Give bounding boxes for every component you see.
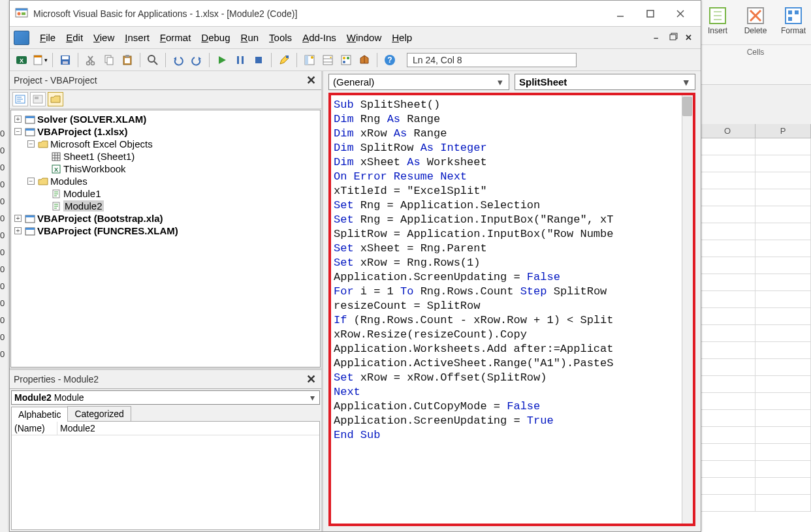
expander-icon[interactable]: − [27, 178, 35, 185]
menu-file[interactable]: File [35, 29, 61, 46]
properties-tab-alphabetic[interactable]: Alphabetic [11, 407, 68, 422]
view-object-button[interactable] [30, 92, 46, 106]
property-row-name[interactable]: (Name) Module2 [12, 422, 319, 435]
redo-button[interactable] [189, 52, 204, 68]
code-scrollbar[interactable] [682, 95, 693, 524]
excel-col-header-o[interactable]: O [700, 124, 755, 138]
menu-debug[interactable]: Debug [196, 29, 235, 46]
properties-object-combo[interactable]: Module2 Module ▾ [11, 390, 320, 405]
excel-row[interactable] [700, 342, 811, 359]
menu-view[interactable]: View [88, 29, 119, 46]
property-name-value[interactable]: Module2 [57, 422, 319, 435]
toolbox-button[interactable] [357, 52, 372, 68]
menu-format[interactable]: Format [155, 29, 197, 46]
minimize-button[interactable] [605, 3, 635, 24]
tree-node-module2[interactable]: Module2 [12, 200, 319, 212]
save-button[interactable] [57, 52, 73, 68]
toggle-folders-button[interactable] [48, 92, 63, 106]
expander-icon[interactable]: + [14, 215, 22, 222]
run-button[interactable] [214, 52, 230, 68]
excel-row[interactable] [700, 189, 811, 206]
cut-button[interactable] [83, 52, 99, 68]
excel-row[interactable] [700, 444, 811, 461]
excel-row[interactable] [700, 461, 811, 478]
svg-rect-70 [25, 129, 35, 131]
properties-grid[interactable]: (Name) Module2 [11, 422, 320, 530]
tree-node-thisworkbook[interactable]: X ThisWorkbook [12, 163, 319, 175]
mdi-restore-button[interactable] [669, 33, 681, 43]
menu-help[interactable]: Help [387, 29, 417, 46]
excel-row[interactable] [700, 291, 811, 308]
excel-row[interactable] [700, 308, 811, 325]
excel-row[interactable] [700, 223, 811, 240]
tree-node-funcres[interactable]: + VBAProject (FUNCRES.XLAM) [12, 225, 319, 237]
undo-button[interactable] [170, 52, 186, 68]
expander-icon[interactable]: − [27, 140, 35, 148]
menu-insert[interactable]: Insert [119, 29, 155, 46]
vba-logo-icon [14, 31, 29, 45]
menu-edit[interactable]: Edit [61, 29, 88, 46]
code-editor[interactable]: Sub SplitSheet() Dim Rng As Range Dim xR… [331, 95, 693, 524]
insert-module-button[interactable]: ▾ [32, 52, 48, 68]
excel-row[interactable] [700, 257, 811, 274]
excel-row[interactable] [700, 240, 811, 257]
excel-insert-button[interactable]: Insert [703, 5, 733, 35]
excel-row[interactable] [700, 410, 811, 427]
tree-node-solver[interactable]: + Solver (SOLVER.XLAM) [12, 113, 319, 125]
expander-icon[interactable]: − [14, 128, 22, 135]
excel-cell-fragment: 0 [0, 196, 9, 213]
tree-node-modules-folder[interactable]: − Modules [12, 175, 319, 187]
menu-window[interactable]: Window [342, 29, 387, 46]
object-browser-button[interactable] [338, 52, 354, 68]
copy-button[interactable] [101, 52, 117, 68]
svg-text:?: ? [387, 55, 392, 65]
tree-node-excel-objects[interactable]: − Microsoft Excel Objects [12, 138, 319, 150]
paste-button[interactable] [119, 52, 135, 68]
excel-col-header-p[interactable]: P [755, 124, 811, 138]
properties-pane-close-icon[interactable]: ✕ [304, 373, 317, 386]
tree-node-bootstrap[interactable]: + VBAProject (Bootstrap.xla) [12, 212, 319, 225]
project-pane-close-icon[interactable]: ✕ [304, 74, 317, 87]
scrollbar-thumb[interactable] [682, 97, 692, 116]
excel-row[interactable] [700, 478, 811, 495]
close-button[interactable] [665, 3, 695, 24]
excel-format-button[interactable]: Format [778, 5, 808, 35]
excel-row[interactable] [700, 274, 811, 291]
find-button[interactable] [145, 52, 161, 68]
reset-button[interactable] [251, 52, 266, 68]
excel-row[interactable] [700, 376, 811, 393]
mdi-minimize-button[interactable]: – [654, 33, 665, 43]
tree-node-vbaproject-1[interactable]: − VBAProject (1.xlsx) [12, 125, 319, 138]
tree-node-module1[interactable]: Module1 [12, 187, 319, 200]
excel-row[interactable] [700, 393, 811, 410]
excel-row[interactable] [700, 155, 811, 172]
excel-row[interactable] [700, 138, 811, 155]
expander-icon[interactable]: + [14, 116, 22, 123]
excel-cell-fragment: 0 [0, 247, 9, 264]
menu-tools[interactable]: Tools [264, 29, 297, 46]
tree-node-sheet1[interactable]: Sheet1 (Sheet1) [12, 150, 319, 163]
menu-run[interactable]: Run [236, 29, 264, 46]
help-button[interactable]: ? [382, 52, 398, 68]
excel-row[interactable] [700, 172, 811, 189]
mdi-close-button[interactable]: ✕ [685, 33, 697, 43]
excel-row[interactable] [700, 206, 811, 223]
excel-row[interactable] [700, 325, 811, 342]
excel-row[interactable] [700, 427, 811, 444]
view-excel-button[interactable]: X [14, 52, 29, 68]
menu-addins[interactable]: Add-Ins [297, 29, 342, 46]
properties-button[interactable] [320, 52, 336, 68]
maximize-button[interactable] [635, 3, 665, 24]
excel-delete-button[interactable]: Delete [740, 5, 771, 35]
code-object-combo[interactable]: (General) ▾ [328, 74, 509, 90]
project-tree[interactable]: + Solver (SOLVER.XLAM) − VBAProject (1.x… [10, 110, 321, 368]
properties-tab-categorized[interactable]: Categorized [67, 406, 131, 421]
expander-icon[interactable]: + [14, 227, 22, 234]
code-procedure-combo[interactable]: SplitSheet ▾ [515, 74, 695, 90]
excel-row[interactable] [700, 495, 811, 512]
break-button[interactable] [232, 52, 248, 68]
design-mode-button[interactable] [276, 52, 292, 68]
project-explorer-button[interactable] [302, 52, 317, 68]
view-code-button[interactable] [12, 92, 28, 106]
excel-row[interactable] [700, 359, 811, 376]
